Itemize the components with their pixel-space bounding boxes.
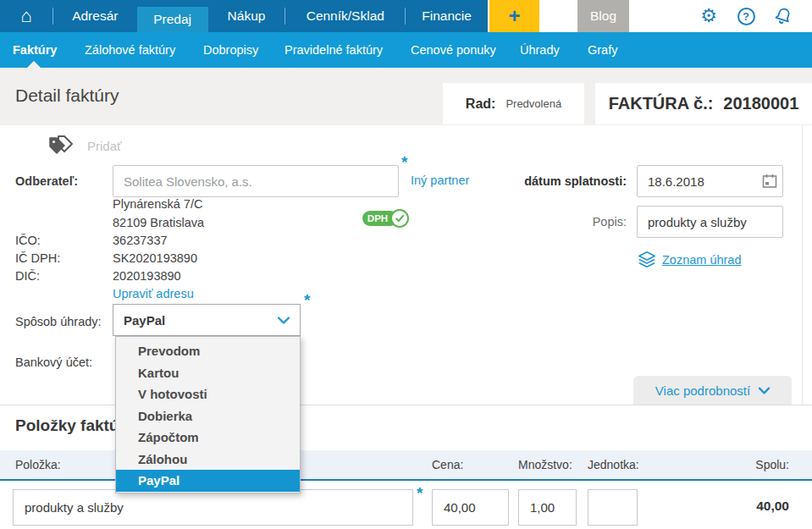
dic-value: 2020193890 (113, 269, 181, 283)
gear-icon: ⚙ (700, 5, 717, 27)
edit-address-link[interactable]: Upraviť adresu (113, 287, 194, 300)
more-details-label: Viac podrobností (655, 383, 750, 398)
customer-address-line1: Plynárenská 7/C (113, 197, 202, 211)
nav-item-label: Cenník/Sklad (307, 8, 384, 24)
help-button[interactable]: ? (732, 0, 760, 32)
app-window: ⌂ Adresár Predaj Nákup Cenník/Sklad Fina… (0, 0, 812, 529)
customer-label: Odberateľ: (15, 174, 78, 188)
invoice-number-box: FAKTÚRA č.: 20180001 (595, 83, 812, 124)
tab-pravidelne-faktury[interactable]: Pravidelné faktúry (284, 32, 383, 68)
tab-label: Úhrady (520, 43, 560, 57)
nav-item-predaj-active[interactable]: Predaj (137, 7, 208, 32)
payments-list-link: Zoznam úhrad (662, 253, 742, 267)
icdph-label: IČ DPH: (15, 251, 60, 265)
ico-label: IČO: (15, 234, 41, 247)
notifications-button[interactable] (769, 0, 798, 32)
top-navigation-main: ⌂ Adresár Predaj Nákup Cenník/Sklad Fina… (0, 0, 488, 32)
home-icon: ⌂ (20, 5, 31, 27)
payment-method-select[interactable]: PayPal (113, 304, 301, 336)
due-date-label: dátum splatnosti: (457, 174, 627, 188)
bell-icon (773, 6, 793, 26)
item-name-input[interactable] (13, 489, 413, 526)
payment-method-dropdown: Prevodom Kartou V hotovosti Dobierka Záp… (115, 336, 301, 493)
description-label: Popis: (457, 215, 627, 229)
nav-item-cennik-sklad[interactable]: Cenník/Sklad (285, 0, 405, 32)
dropdown-option-zapoctom[interactable]: Zápočtom (116, 427, 300, 449)
add-tag-button[interactable]: Pridať (87, 139, 122, 153)
dic-label: DIČ: (15, 269, 40, 283)
right-divider (802, 125, 803, 405)
invoice-number-label: FAKTÚRA č.: (609, 94, 714, 113)
calendar-icon[interactable] (761, 173, 778, 190)
customer-input[interactable] (113, 165, 399, 197)
blog-label: Blog (590, 8, 616, 24)
dropdown-option-paypal-selected[interactable]: PayPal (116, 470, 300, 492)
required-marker: * (401, 153, 407, 172)
nav-item-label: Predaj (153, 12, 191, 27)
vat-status-badge: DPH (362, 209, 408, 228)
tab-uhrady[interactable]: Úhrady (520, 32, 560, 68)
page-header: Detail faktúry Rad: Predvolená FAKTÚRA č… (0, 68, 812, 125)
tab-label: Grafy (588, 43, 617, 57)
item-unit-input[interactable] (588, 489, 638, 526)
item-total-value: 40,00 (756, 499, 789, 514)
help-icon: ? (737, 8, 755, 25)
nav-item-financie[interactable]: Financie (406, 0, 488, 32)
nav-item-label: Adresár (72, 8, 118, 24)
rad-label: Rad: (466, 96, 496, 112)
bank-account-label: Bankový účet: (15, 355, 92, 369)
dropdown-option-dobierka[interactable]: Dobierka (116, 405, 300, 427)
add-new-button[interactable]: + (489, 0, 539, 32)
tab-label: Cenové ponuky (411, 43, 496, 57)
tab-label: Pravidelné faktúry (284, 43, 383, 57)
active-tab-notch (27, 61, 41, 68)
nav-item-label: Financie (422, 8, 472, 24)
tab-dobropisy[interactable]: Dobropisy (203, 32, 258, 68)
top-navigation: ⌂ Adresár Predaj Nákup Cenník/Sklad Fina… (0, 0, 812, 32)
dropdown-option-zalohou[interactable]: Zálohou (116, 449, 300, 471)
item-quantity-input[interactable] (518, 489, 577, 526)
invoice-number-value: 20180001 (723, 94, 798, 113)
chevron-down-icon (278, 317, 290, 324)
dropdown-option-kartou[interactable]: Kartou (116, 362, 300, 384)
blog-button[interactable]: Blog (577, 0, 629, 32)
chevron-down-icon (759, 387, 770, 394)
column-header-item: Položka: (15, 458, 61, 471)
settings-button[interactable]: ⚙ (694, 0, 723, 32)
payment-method-value: PayPal (124, 313, 278, 328)
more-details-button[interactable]: Viac podrobností (633, 376, 792, 405)
description-input[interactable] (637, 206, 783, 238)
tab-grafy[interactable]: Grafy (588, 32, 617, 68)
nav-item-label: Nákup (228, 8, 266, 24)
nav-item-adresar[interactable]: Adresár (53, 0, 137, 32)
customer-address-line2: 82109 Bratislava (113, 216, 204, 229)
plus-icon: + (508, 4, 520, 28)
payments-list-link-wrap[interactable]: Zoznam úhrad (638, 251, 742, 269)
column-header-total: Spolu: (755, 458, 789, 471)
number-series-selector[interactable]: Rad: Predvolená (443, 83, 584, 124)
column-header-unit: Jednotka: (588, 458, 639, 471)
icdph-value: SK2020193890 (113, 251, 197, 265)
rad-value: Predvolená (505, 97, 561, 110)
sub-navigation: Faktúry Zálohové faktúry Dobropisy Pravi… (0, 32, 812, 68)
home-button[interactable]: ⌂ (0, 0, 52, 32)
payment-method-label: Spôsob úhrady: (15, 315, 102, 328)
layers-icon (638, 251, 656, 269)
check-icon (390, 209, 409, 228)
tab-cenove-ponuky[interactable]: Cenové ponuky (411, 32, 496, 68)
tab-label: Dobropisy (203, 43, 258, 57)
required-marker: * (304, 291, 310, 310)
dropdown-option-v-hotovosti[interactable]: V hotovosti (116, 383, 300, 405)
item-price-input[interactable] (432, 489, 509, 526)
page-title: Detail faktúry (15, 85, 119, 106)
required-marker: * (417, 484, 423, 503)
ico-value: 36237337 (113, 234, 168, 247)
tags-icon (47, 135, 74, 155)
column-header-price: Cena: (432, 458, 463, 471)
column-header-quantity: Množstvo: (518, 458, 572, 471)
tab-zalohove-faktury[interactable]: Zálohové faktúry (85, 32, 175, 68)
tab-label: Faktúry (13, 43, 57, 57)
dropdown-option-prevodom[interactable]: Prevodom (116, 340, 300, 362)
tab-label: Zálohové faktúry (85, 43, 175, 57)
nav-item-nakup[interactable]: Nákup (208, 0, 285, 32)
